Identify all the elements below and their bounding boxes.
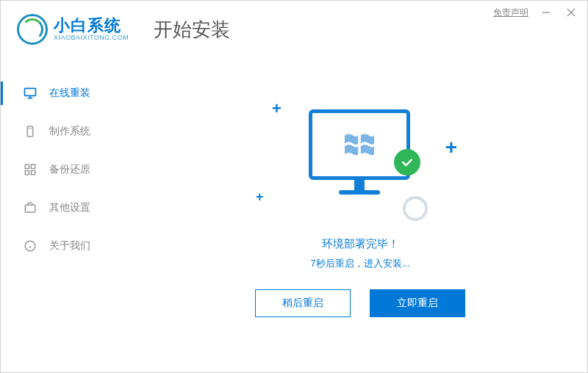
decoration-plus-icon: + (272, 99, 282, 118)
svg-rect-11 (25, 171, 29, 175)
disclaimer-link[interactable]: 免责声明 (493, 7, 528, 19)
sidebar-item-label: 备份还原 (49, 163, 90, 176)
sidebar-item-other-settings[interactable]: 其他设置 (1, 189, 133, 227)
briefcase-icon (23, 200, 37, 215)
status-title: 环境部署完毕！ (322, 237, 399, 251)
close-button[interactable] (564, 5, 578, 20)
usb-icon (23, 124, 37, 139)
sidebar-item-backup-restore[interactable]: 备份还原 (1, 151, 133, 189)
checkmark-success-icon (394, 149, 420, 175)
sidebar-item-create-system[interactable]: 制作系统 (1, 112, 133, 151)
sidebar-item-label: 其他设置 (49, 201, 90, 214)
windows-flag-icon (343, 130, 376, 159)
sidebar-item-about[interactable]: 关于我们 (1, 227, 133, 265)
sidebar-item-label: 关于我们 (49, 239, 90, 253)
monitor-refresh-icon (23, 86, 37, 101)
svg-rect-3 (25, 88, 36, 95)
sidebar-item-online-reinstall[interactable]: 在线重装 (1, 74, 133, 112)
svg-rect-9 (25, 164, 29, 168)
logo-icon (17, 14, 48, 45)
illustration: + + + (250, 96, 470, 228)
grid-icon (23, 162, 37, 177)
svg-rect-6 (27, 126, 33, 137)
minimize-button[interactable] (539, 5, 553, 20)
restart-now-button[interactable]: 立即重启 (370, 289, 465, 317)
sidebar: 在线重装 制作系统 备份还原 其他设置 关于我们 (1, 57, 133, 371)
svg-rect-12 (32, 171, 35, 175)
restart-later-button[interactable]: 稍后重启 (255, 289, 351, 317)
logo-subtitle: XIAOBAIXITONG.COM (54, 35, 129, 42)
main-content: + + + 环境部署完毕！ 7秒后重启，进入安装... 稍后重启 立即重启 (133, 57, 587, 371)
sidebar-item-label: 在线重装 (49, 87, 90, 100)
decoration-ring-icon (403, 196, 428, 221)
page-title: 开始安装 (154, 17, 230, 43)
status-subtitle: 7秒后重启，进入安装... (310, 257, 409, 270)
logo-title: 小白系统 (54, 17, 129, 35)
sidebar-item-label: 制作系统 (49, 125, 90, 138)
decoration-plus-icon: + (445, 136, 457, 159)
svg-rect-13 (25, 205, 35, 212)
info-icon (23, 239, 37, 253)
decoration-plus-icon: + (256, 189, 264, 205)
svg-rect-10 (32, 164, 35, 168)
monitor-icon (309, 109, 410, 195)
app-logo: 小白系统 XIAOBAIXITONG.COM (17, 14, 129, 45)
